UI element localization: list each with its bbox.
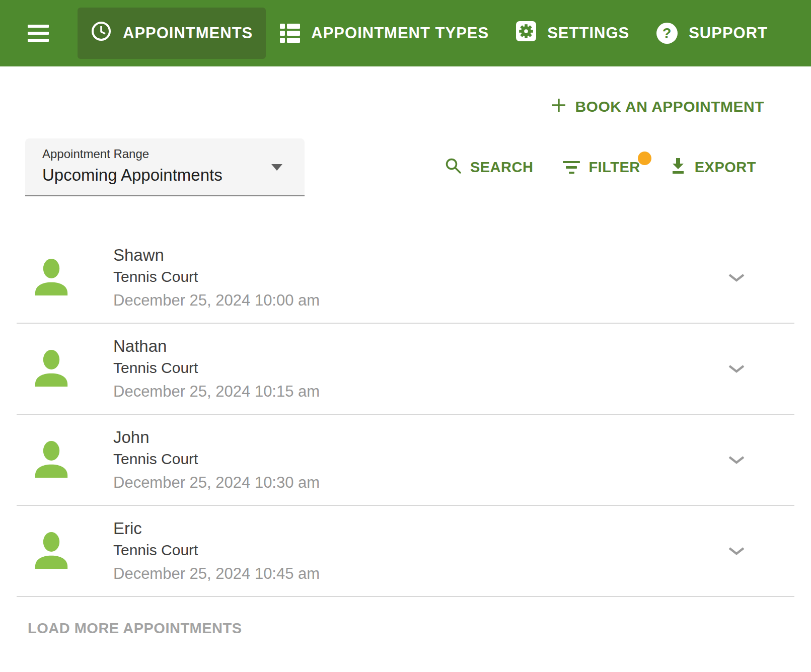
tab-appointment-types[interactable]: APPOINTMENT TYPES bbox=[267, 8, 502, 59]
plus-icon bbox=[551, 97, 567, 117]
tab-label: APPOINTMENT TYPES bbox=[311, 24, 489, 42]
appointment-datetime: December 25, 2024 10:45 am bbox=[113, 562, 320, 585]
book-appointment-label: BOOK AN APPOINTMENT bbox=[575, 98, 764, 115]
chevron-down-icon[interactable] bbox=[728, 364, 745, 374]
filter-button[interactable]: FILTER bbox=[562, 159, 640, 176]
tab-label: APPOINTMENTS bbox=[123, 24, 253, 42]
filter-badge-dot bbox=[638, 152, 651, 165]
tab-label: SUPPORT bbox=[689, 24, 768, 42]
controls-row: Appointment Range Upcoming Appointments … bbox=[17, 138, 794, 196]
appointment-details: Nathan Tennis Court December 25, 2024 10… bbox=[113, 335, 320, 403]
search-button[interactable]: SEARCH bbox=[444, 157, 533, 178]
search-icon bbox=[444, 157, 462, 178]
help-icon: ? bbox=[656, 23, 678, 44]
tab-appointments[interactable]: APPOINTMENTS bbox=[78, 8, 266, 59]
content-area: BOOK AN APPOINTMENT Appointment Range Up… bbox=[0, 97, 811, 637]
search-label: SEARCH bbox=[470, 159, 533, 176]
appointment-row: John Tennis Court December 25, 2024 10:3… bbox=[17, 415, 794, 506]
person-icon bbox=[32, 349, 71, 389]
main-nav: APPOINTMENTS APPOINTMENT TYPES bbox=[78, 0, 781, 66]
top-nav-bar: APPOINTMENTS APPOINTMENT TYPES bbox=[0, 0, 811, 66]
dropdown-arrow-icon bbox=[271, 164, 282, 171]
appointment-range-select[interactable]: Appointment Range Upcoming Appointments bbox=[25, 138, 305, 196]
appointment-customer-name: Eric bbox=[113, 517, 320, 540]
chevron-down-icon[interactable] bbox=[728, 273, 745, 282]
appointment-service: Tennis Court bbox=[113, 266, 320, 287]
chevron-down-icon[interactable] bbox=[728, 547, 745, 556]
appointment-details: John Tennis Court December 25, 2024 10:3… bbox=[113, 426, 320, 494]
export-button[interactable]: EXPORT bbox=[670, 157, 756, 179]
table-list-icon bbox=[280, 24, 300, 43]
hamburger-menu-icon[interactable] bbox=[28, 25, 49, 42]
appointments-list: Shawn Tennis Court December 25, 2024 10:… bbox=[17, 233, 794, 597]
appointment-datetime: December 25, 2024 10:00 am bbox=[113, 289, 320, 312]
appointment-range-label: Appointment Range bbox=[42, 147, 305, 161]
gear-icon bbox=[516, 21, 536, 45]
book-appointment-row: BOOK AN APPOINTMENT bbox=[17, 97, 794, 117]
tab-label: SETTINGS bbox=[547, 24, 629, 42]
appointment-details: Eric Tennis Court December 25, 2024 10:4… bbox=[113, 517, 320, 585]
tab-support[interactable]: ? SUPPORT bbox=[643, 8, 781, 59]
appointment-customer-name: John bbox=[113, 426, 320, 449]
appointment-range-value: Upcoming Appointments bbox=[42, 166, 305, 185]
appointment-datetime: December 25, 2024 10:15 am bbox=[113, 380, 320, 403]
person-icon bbox=[32, 258, 71, 297]
tab-settings[interactable]: SETTINGS bbox=[503, 8, 642, 59]
appointment-row: Nathan Tennis Court December 25, 2024 10… bbox=[17, 324, 794, 415]
load-more-button[interactable]: LOAD MORE APPOINTMENTS bbox=[17, 597, 794, 637]
appointment-service: Tennis Court bbox=[113, 357, 320, 379]
appointment-row: Eric Tennis Court December 25, 2024 10:4… bbox=[17, 506, 794, 597]
appointment-datetime: December 25, 2024 10:30 am bbox=[113, 471, 320, 494]
appointment-service: Tennis Court bbox=[113, 449, 320, 470]
appointment-details: Shawn Tennis Court December 25, 2024 10:… bbox=[113, 244, 320, 312]
appointment-customer-name: Shawn bbox=[113, 244, 320, 266]
appointment-service: Tennis Court bbox=[113, 540, 320, 561]
person-icon bbox=[32, 532, 71, 571]
filter-label: FILTER bbox=[588, 159, 640, 176]
export-label: EXPORT bbox=[695, 159, 756, 176]
appointment-row: Shawn Tennis Court December 25, 2024 10:… bbox=[17, 233, 794, 324]
book-appointment-button[interactable]: BOOK AN APPOINTMENT bbox=[551, 97, 764, 117]
clock-icon bbox=[91, 21, 112, 46]
list-actions: SEARCH FILTER EXPORT bbox=[444, 157, 756, 179]
download-icon bbox=[670, 157, 687, 179]
filter-icon bbox=[562, 161, 580, 174]
chevron-down-icon[interactable] bbox=[728, 456, 745, 465]
appointment-customer-name: Nathan bbox=[113, 335, 320, 357]
person-icon bbox=[32, 440, 71, 480]
